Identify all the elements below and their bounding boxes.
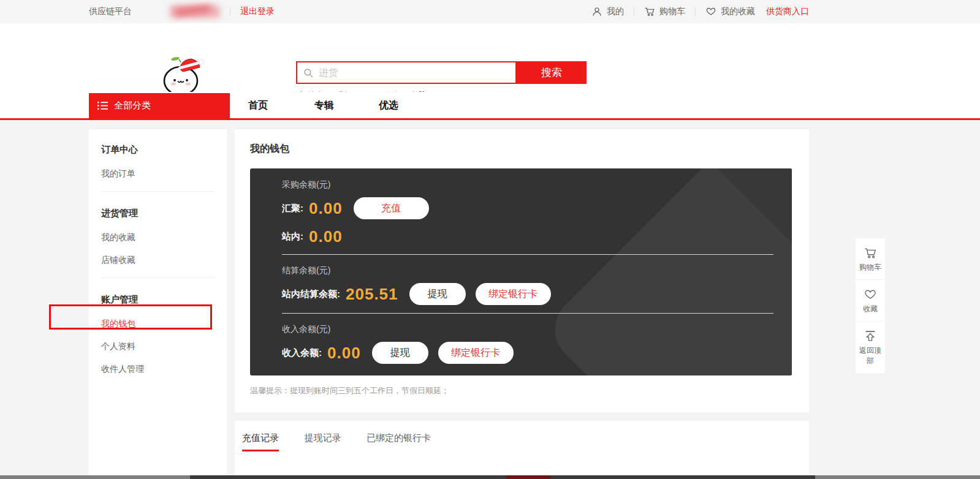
account-sidebar: 订单中心 我的订单 进货管理 我的收藏 店铺收藏 账户管理 我的钱包 个人资料 …: [89, 129, 227, 475]
footer-peek-red: [506, 475, 550, 479]
sidebar-divider: [101, 191, 215, 192]
sidebar-divider: [101, 277, 215, 278]
all-categories-label: 全部分类: [114, 100, 151, 111]
withdraw-button[interactable]: 提现: [372, 342, 428, 364]
search-area: 搜索: [296, 61, 587, 84]
heart-icon: [705, 6, 716, 17]
top-bar: 供应链平台 退出登录 我的 购物车 我的收藏 供货商入口: [0, 0, 980, 23]
main-nav: 全部分类 首页 专辑 优选: [0, 92, 980, 118]
sidebar-item-my-orders[interactable]: 我的订单: [101, 168, 215, 179]
withdraw-tip-text: 温馨提示：提现到账时间三到五个工作日，节假日顺延；: [250, 385, 809, 396]
page: 供应链平台 退出登录 我的 购物车 我的收藏 供货商入口: [0, 0, 980, 479]
balance-value: 0.00: [309, 227, 343, 246]
page-title: 我的钱包: [235, 129, 809, 156]
search-box: [296, 61, 517, 84]
header: 搜索 热门搜索: 手机 123 汽车 电脑: [0, 23, 980, 92]
platform-label: 供应链平台: [89, 6, 132, 17]
balance-row-settlement: 站内结算余额: 205.51 提现 绑定银行卡: [282, 283, 773, 305]
search-icon: [303, 67, 314, 78]
balance-name: 站内结算余额:: [282, 289, 340, 300]
back-to-top-label: 返回顶部: [859, 346, 881, 365]
sidebar-item-my-favorites[interactable]: 我的收藏: [101, 232, 215, 243]
user-name-blurred[interactable]: [170, 5, 220, 18]
balance-value: 0.00: [309, 199, 343, 218]
purchase-balance-label: 采购余额(元): [282, 179, 773, 190]
balance-row-onsite: 站内: 0.00: [282, 227, 773, 246]
sidebar-section-title-orders: 订单中心: [101, 144, 215, 156]
withdraw-button[interactable]: 提现: [409, 283, 466, 305]
cart-icon: [864, 246, 877, 260]
search-input[interactable]: [314, 62, 515, 83]
bind-bank-card-button[interactable]: 绑定银行卡: [476, 283, 551, 305]
wallet-panel: 我的钱包 采购余额(元) 汇聚: 0.00 充值 站内: 0.00 结算余额(元…: [235, 129, 809, 412]
records-tabs-panel: 充值记录 提现记录 已绑定的银行卡: [235, 421, 809, 475]
float-toolbar: 购物车 收藏 返回顶部: [856, 238, 885, 373]
heart-icon: [864, 288, 877, 301]
footer-peek-dark: [190, 475, 815, 479]
float-favorites-label: 收藏: [863, 304, 878, 313]
search-button[interactable]: 搜索: [517, 61, 587, 84]
card-divider: [282, 313, 773, 314]
tab-recharge-records[interactable]: 充值记录: [242, 432, 279, 451]
supplier-entry-link[interactable]: 供货商入口: [766, 6, 809, 17]
float-cart-button[interactable]: 购物车: [856, 238, 885, 280]
recharge-button[interactable]: 充值: [354, 197, 429, 219]
nav-item-featured[interactable]: 优选: [379, 92, 398, 118]
balance-value: 205.51: [346, 285, 398, 304]
balance-name: 收入余额:: [282, 347, 322, 359]
nav-red-divider: [0, 118, 980, 120]
sidebar-item-my-wallet[interactable]: 我的钱包: [101, 319, 215, 330]
cart-link[interactable]: 购物车: [644, 6, 685, 17]
tab-withdraw-records[interactable]: 提现记录: [304, 432, 341, 450]
cart-icon: [644, 6, 655, 17]
card-divider: [282, 254, 773, 255]
balance-name: 汇聚:: [282, 203, 303, 214]
sidebar-item-profile[interactable]: 个人资料: [101, 341, 215, 352]
logout-link[interactable]: 退出登录: [240, 6, 275, 17]
balance-value: 0.00: [327, 344, 361, 363]
wallet-balance-card: 采购余额(元) 汇聚: 0.00 充值 站内: 0.00 结算余额(元) 站内结…: [250, 168, 792, 375]
sidebar-item-recipients[interactable]: 收件人管理: [101, 364, 215, 375]
favorites-link[interactable]: 我的收藏: [705, 6, 755, 17]
category-list-icon: [97, 101, 108, 110]
divider: [634, 7, 634, 16]
divider: [695, 7, 696, 16]
sidebar-item-store-favorites[interactable]: 店铺收藏: [101, 255, 215, 266]
back-to-top-icon: [864, 330, 877, 343]
balance-row-income: 收入余额: 0.00 提现 绑定银行卡: [282, 342, 773, 364]
float-favorites-button[interactable]: 收藏: [856, 280, 885, 322]
balance-row-huiju: 汇聚: 0.00 充值: [282, 197, 773, 219]
bind-bank-card-button[interactable]: 绑定银行卡: [438, 342, 514, 364]
my-account-link[interactable]: 我的: [591, 6, 624, 17]
balance-name: 站内:: [282, 231, 303, 243]
nav-item-albums[interactable]: 专辑: [314, 92, 334, 118]
tab-bound-bank-cards[interactable]: 已绑定的银行卡: [367, 432, 431, 450]
divider: [230, 7, 230, 16]
nav-item-home[interactable]: 首页: [248, 92, 268, 118]
sidebar-section-title-purchasing: 进货管理: [101, 208, 215, 219]
footer-peek-strip: [0, 475, 980, 479]
sidebar-section-title-account: 账户管理: [101, 294, 215, 306]
income-balance-label: 收入余额(元): [282, 324, 773, 335]
all-categories-button[interactable]: 全部分类: [89, 93, 230, 118]
settlement-balance-label: 结算余额(元): [282, 265, 773, 276]
float-cart-label: 购物车: [859, 263, 881, 271]
back-to-top-button[interactable]: 返回顶部: [856, 322, 885, 373]
user-icon: [591, 6, 602, 17]
